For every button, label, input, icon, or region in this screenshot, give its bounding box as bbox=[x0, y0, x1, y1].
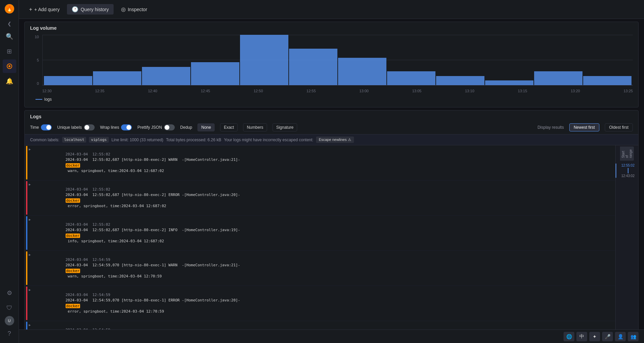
sidebar-item-settings[interactable]: ⚙ bbox=[3, 286, 16, 300]
log-text: 2024-03-04 12:54:59,070 [http-nio-80-exe… bbox=[66, 298, 242, 302]
log-entries: ▶ 2024-03-04 12:55:02 2024-03-04 12:55:0… bbox=[25, 145, 638, 329]
level-bar-error bbox=[26, 287, 27, 320]
chart-inner[interactable] bbox=[42, 35, 633, 85]
oldest-first-btn[interactable]: Oldest first bbox=[605, 123, 633, 131]
sidebar-item-explore[interactable] bbox=[3, 59, 16, 73]
inspector-button[interactable]: ◎ Inspector bbox=[116, 4, 152, 15]
prettify-json-toggle[interactable] bbox=[164, 124, 175, 130]
start-of-range-label: Startofrange bbox=[620, 147, 634, 161]
chinese-btn[interactable]: 中 bbox=[576, 332, 587, 341]
x-label-1310: 13:10 bbox=[465, 89, 475, 93]
chart-bar bbox=[485, 80, 533, 85]
log-timestamp: 2024-03-04 12:54:59 bbox=[66, 258, 113, 262]
label-tag-localhost: localhost bbox=[62, 137, 87, 143]
x-label-1235: 12:35 bbox=[95, 89, 104, 93]
expand-icon[interactable]: ▶ bbox=[29, 146, 34, 152]
log-entry[interactable]: ▶ 2024-03-04 12:55:02 2024-03-04 12:55:0… bbox=[25, 145, 638, 180]
log-timestamp: 2024-03-04 12:55:02 bbox=[66, 152, 113, 156]
star-btn[interactable]: ✦ bbox=[589, 332, 600, 341]
add-query-button[interactable]: + + Add query bbox=[24, 4, 64, 15]
log-content: 2024-03-04 12:55:02 2024-03-04 12:55:02,… bbox=[34, 146, 633, 179]
log-content: 2024-03-04 12:54:59 2024-03-04 12:54:59,… bbox=[34, 322, 633, 329]
topbar: + + Add query 🕐 Query history ◎ Inspecto… bbox=[19, 0, 644, 19]
sidebar-item-shield[interactable]: 🛡 bbox=[3, 301, 16, 315]
sidebar: 🔥 ❮ 🔍 ⊞ 🔔 ⚙ 🛡 U ? bbox=[0, 0, 19, 343]
expand-icon[interactable]: ▶ bbox=[29, 216, 34, 222]
chart-bar bbox=[583, 76, 631, 85]
log-highlight-docker: docker bbox=[66, 234, 80, 238]
log-entries-wrapper: ▶ 2024-03-04 12:55:02 2024-03-04 12:55:0… bbox=[25, 145, 638, 329]
mic-btn[interactable]: 🎤 bbox=[602, 332, 613, 341]
logs-toolbar: Time Unique labels Wrap lines Prettify J… bbox=[25, 121, 638, 134]
log-text: 2024-03-04 12:55:02,687 [http-nio-80-exe… bbox=[66, 193, 242, 197]
expand-icon[interactable]: ▶ bbox=[29, 322, 34, 327]
y-label-0: 0 bbox=[37, 81, 39, 85]
bottom-toolbar: 🌐 中 ✦ 🎤 👤 👥 bbox=[19, 329, 644, 343]
sidebar-item-alerting[interactable]: 🔔 bbox=[3, 74, 16, 88]
newest-first-btn[interactable]: Newest first bbox=[569, 123, 599, 131]
log-entry[interactable]: ▶ 2024-03-04 12:55:02 2024-03-04 12:55:0… bbox=[25, 180, 638, 216]
users-btn[interactable]: 👥 bbox=[628, 332, 639, 341]
log-entry[interactable]: ▶ 2024-03-04 12:54:59 2024-03-04 12:54:5… bbox=[25, 321, 638, 329]
expand-icon[interactable]: ▶ bbox=[29, 181, 34, 187]
x-label-1320: 13:20 bbox=[571, 89, 580, 93]
dedup-exact-btn[interactable]: Exact bbox=[220, 123, 238, 131]
dedup-signature-btn[interactable]: Signature bbox=[272, 123, 297, 131]
unique-labels-toggle[interactable] bbox=[84, 124, 95, 130]
range-divider bbox=[628, 168, 628, 173]
dedup-none-btn[interactable]: None bbox=[197, 123, 215, 131]
svg-text:🔥: 🔥 bbox=[6, 5, 13, 12]
x-label-1300: 13:00 bbox=[359, 89, 369, 93]
chart-y-labels: 10 5 0 bbox=[30, 35, 40, 85]
x-label-1255: 12:55 bbox=[307, 89, 316, 93]
chart-bar bbox=[338, 58, 386, 85]
sidebar-collapse-button[interactable]: ❮ bbox=[3, 19, 16, 28]
x-label-1230: 12:30 bbox=[42, 89, 52, 93]
sidebar-item-help[interactable]: ? bbox=[3, 327, 16, 340]
chart-bars bbox=[43, 35, 633, 85]
level-bar-warn bbox=[26, 251, 27, 285]
log-entry[interactable]: ▶ 2024-03-04 12:54:59 2024-03-04 12:54:5… bbox=[25, 251, 638, 286]
prettify-json-label: Prettify JSON bbox=[137, 125, 162, 130]
expand-icon[interactable]: ▶ bbox=[29, 287, 34, 292]
main-content: + + Add query 🕐 Query history ◎ Inspecto… bbox=[19, 0, 644, 343]
common-labels-bar: Common labels: localhost viplogs Line li… bbox=[25, 134, 638, 145]
y-label-5: 5 bbox=[37, 58, 39, 62]
query-history-button[interactable]: 🕐 Query history bbox=[67, 4, 113, 15]
log-text: 2024-03-04 12:55:02,687 [http-nio-80-exe… bbox=[66, 157, 242, 162]
bottom-toolbar-right: 🌐 中 ✦ 🎤 👤 👥 bbox=[564, 332, 639, 341]
globe-btn[interactable]: 🌐 bbox=[564, 332, 574, 341]
grafana-logo[interactable]: 🔥 bbox=[3, 3, 16, 15]
add-query-label: + Add query bbox=[34, 7, 59, 12]
time-toggle[interactable] bbox=[41, 124, 52, 130]
x-label-1325: 13:25 bbox=[623, 89, 633, 93]
wrap-lines-toggle[interactable] bbox=[121, 124, 132, 130]
log-volume-section: Log volume 10 5 0 bbox=[24, 22, 639, 107]
escape-warning-text: Your logs might have incorrectly escaped… bbox=[224, 138, 313, 142]
log-entry[interactable]: ▶ 2024-03-04 12:54:59 2024-03-04 12:54:5… bbox=[25, 286, 638, 321]
log-highlight-docker: docker bbox=[66, 163, 80, 168]
user-btn[interactable]: 👤 bbox=[615, 332, 626, 341]
chart-bar bbox=[240, 35, 288, 85]
log-timestamp: 2024-03-04 12:54:59 bbox=[66, 293, 113, 297]
log-timestamp: 2024-03-04 12:54:59 bbox=[66, 328, 113, 330]
sidebar-item-dashboards[interactable]: ⊞ bbox=[3, 45, 16, 58]
line-limit-text: Line limit: 1000 (33 returned) bbox=[112, 138, 163, 142]
avatar[interactable]: U bbox=[5, 316, 14, 325]
escape-newlines-btn[interactable]: Escape newlines ⚠ bbox=[316, 137, 354, 143]
log-entry[interactable]: ▶ 2024-03-04 12:55:02 2024-03-04 12:55:0… bbox=[25, 216, 638, 251]
dedup-label: Dedup bbox=[180, 125, 192, 130]
chart-container: 10 5 0 1 bbox=[30, 35, 633, 96]
sidebar-bottom: ⚙ 🛡 U ? bbox=[3, 286, 16, 340]
log-content: 2024-03-04 12:55:02 2024-03-04 12:55:02,… bbox=[34, 181, 633, 215]
log-timestamp: 2024-03-04 12:55:02 bbox=[66, 222, 113, 227]
sidebar-item-search[interactable]: 🔍 bbox=[3, 30, 16, 43]
common-labels-text: Common labels: bbox=[30, 138, 59, 142]
unique-labels-label: Unique labels bbox=[57, 125, 82, 130]
prettify-json-group: Prettify JSON bbox=[137, 124, 175, 130]
log-text: 2024-03-04 12:55:02,687 [http-nio-80-exe… bbox=[66, 228, 242, 232]
expand-icon[interactable]: ▶ bbox=[29, 251, 34, 257]
query-history-label: Query history bbox=[80, 7, 109, 12]
dedup-numbers-btn[interactable]: Numbers bbox=[243, 123, 267, 131]
log-content: 2024-03-04 12:54:59 2024-03-04 12:54:59,… bbox=[34, 287, 633, 320]
